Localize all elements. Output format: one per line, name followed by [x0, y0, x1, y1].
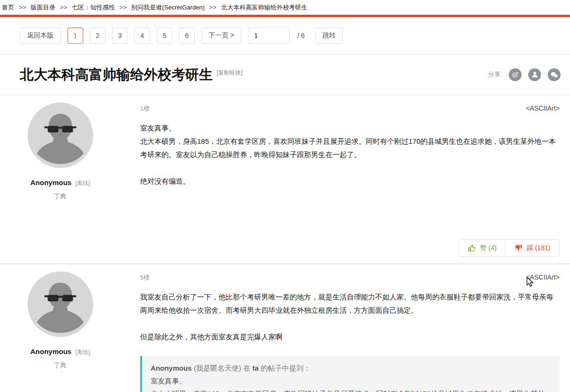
share-profile-icon[interactable]	[528, 68, 541, 81]
floor-label: 5楼	[140, 273, 150, 282]
post-text-line: 北大本硕男，身高185，北京有套学区房，喜欢同班妹子并且展开追求。同时有个刚过1…	[140, 135, 560, 161]
share-wechat-icon[interactable]	[548, 68, 560, 81]
post-text-line: 绝对没有编造。	[140, 175, 560, 188]
share-label: 分享:	[488, 70, 502, 79]
quote-text-line: 北大本硕男，身高185，北京有套学区房，喜欢同班妹子并且展开追求。同时有个刚过1…	[151, 387, 551, 392]
asciiart-tag: <ASCIIArt>	[526, 104, 560, 112]
post-floor-1: Anonymous [离线] 丁典 1楼 <ASCIIArt> 室友真事。 北大…	[0, 95, 570, 264]
share-group: 分享:	[488, 68, 560, 81]
post-floor-5: Anonymous [离线] 丁典 5楼 <ASCIIArt> 我室友自己分析了…	[0, 264, 570, 392]
page-button-6[interactable]: 6	[179, 28, 195, 44]
quoted-post: Anonymous (我是匿名天使) 在 ta 的帖子中提到： 室友真事。 北大…	[140, 356, 560, 392]
breadcrumb-separator: >>	[120, 4, 127, 11]
author-badge: 丁典	[54, 361, 66, 370]
breadcrumb-thread: 北大本科高富帅输给外校考研生	[221, 4, 307, 11]
anonymous-avatar	[28, 103, 93, 168]
post-author-panel: Anonymous [离线] 丁典	[0, 264, 120, 392]
asciiart-tag: <ASCIIArt>	[526, 273, 560, 281]
like-label: 赞 (4)	[480, 244, 496, 252]
author-status: [离线]	[76, 180, 90, 187]
total-pages-label: / 6	[297, 32, 305, 39]
author-name[interactable]: Anonymous	[30, 178, 72, 187]
breadcrumb-board-directory[interactable]: 版面目录	[30, 4, 55, 11]
post-text-line: 室友真事。	[140, 121, 560, 135]
breadcrumb-separator: >>	[209, 4, 217, 11]
thread-title: 北大本科高富帅输给外校考研生	[20, 66, 213, 83]
post-text-line: 我室友自己分析了一下，他比那个考研男唯一差的地方，就是生活自理能力不如人家。他每…	[140, 290, 560, 317]
breadcrumb-separator: >>	[60, 4, 67, 11]
page-button-5[interactable]: 5	[157, 28, 172, 44]
thumbs-down-icon	[514, 243, 523, 252]
breadcrumb-section[interactable]: 七区：知性感性	[72, 4, 115, 11]
quote-text-line: 室友真事。	[151, 374, 551, 387]
dislike-label: 踩 (181)	[526, 244, 551, 252]
post-content: 1楼 <ASCIIArt> 室友真事。 北大本硕男，身高185，北京有套学区房，…	[120, 95, 570, 263]
quote-header-text: (我是匿名天使) 在	[192, 364, 253, 372]
post-text-line: 但是除此之外，其他方面室友真是完爆人家啊	[140, 330, 560, 344]
post-content: 5楼 <ASCIIArt> 我室友自己分析了一下，他比那个考研男唯一差的地方，就…	[120, 264, 570, 392]
like-button[interactable]: 赞 (4)	[459, 240, 505, 256]
breadcrumb: 首页 >> 版面目录 >> 七区：知性感性 >> 别问我是谁(SecretGar…	[0, 0, 570, 15]
author-status: [离线]	[76, 349, 90, 355]
back-to-board-button[interactable]: 返回本版	[20, 28, 61, 44]
quote-header: Anonymous (我是匿名天使) 在 ta 的帖子中提到：	[151, 362, 551, 374]
quote-header-text: 的帖子中提到：	[259, 364, 311, 372]
pagination-toolbar: 返回本版 1 2 3 4 5 6 下一页 > / 6 跳转	[0, 17, 570, 55]
post-body: 我室友自己分析了一下，他比那个考研男唯一差的地方，就是生活自理能力不如人家。他每…	[140, 290, 560, 344]
page-button-1[interactable]: 1	[67, 28, 83, 44]
page-button-2[interactable]: 2	[90, 28, 105, 44]
thumbs-up-icon	[467, 243, 476, 252]
jump-button[interactable]: 跳转	[315, 28, 343, 44]
vote-row: 赞 (4) 踩 (181)	[140, 239, 560, 257]
author-badge: 丁典	[54, 192, 66, 201]
quote-author: Anonymous	[151, 364, 192, 372]
breadcrumb-board[interactable]: 别问我是谁(SecretGarden)	[131, 4, 205, 11]
thread-header: 北大本科高富帅输给外校考研生 [复制链接] 分享:	[0, 55, 570, 95]
breadcrumb-separator: >>	[19, 4, 26, 11]
copy-link-button[interactable]: [复制链接]	[217, 69, 243, 77]
post-author-panel: Anonymous [离线] 丁典	[0, 95, 120, 263]
breadcrumb-home[interactable]: 首页	[2, 4, 14, 11]
dislike-button[interactable]: 踩 (181)	[505, 240, 559, 256]
next-page-button[interactable]: 下一页 >	[201, 28, 241, 44]
post-body: 室友真事。 北大本硕男，身高185，北京有套学区房，喜欢同班妹子并且展开追求。同…	[140, 121, 560, 188]
anonymous-avatar	[28, 271, 93, 337]
quote-header-ta: ta	[252, 364, 258, 372]
page-jump-input[interactable]	[248, 28, 290, 44]
floor-label: 1楼	[140, 104, 150, 113]
page-button-4[interactable]: 4	[134, 28, 150, 44]
page-button-3[interactable]: 3	[112, 28, 128, 44]
vote-box: 赞 (4) 踩 (181)	[458, 239, 560, 257]
share-weibo-icon[interactable]	[509, 68, 522, 81]
author-name[interactable]: Anonymous	[30, 347, 72, 355]
